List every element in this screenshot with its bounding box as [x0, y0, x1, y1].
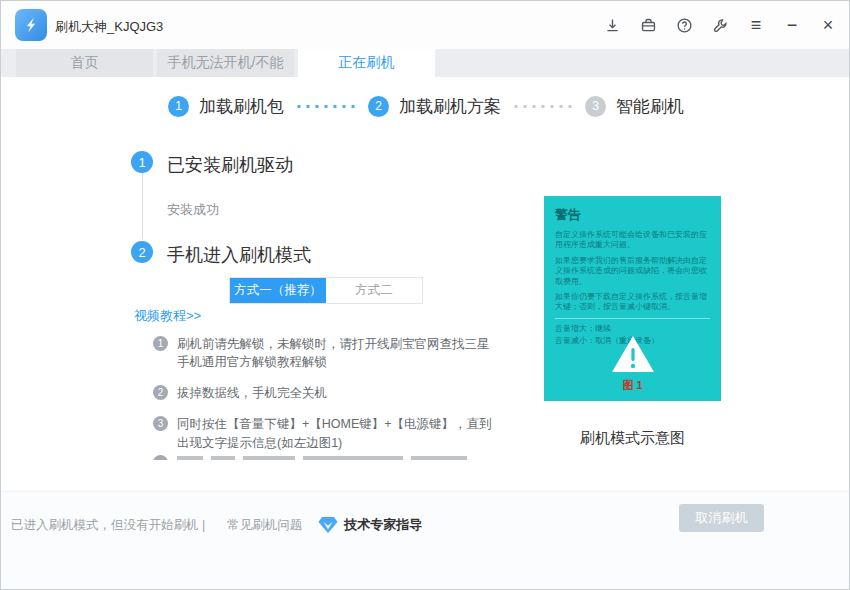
warning-triangle-icon — [610, 334, 656, 378]
stepper-leader-dots — [294, 104, 358, 109]
method-toggle: 方式一（推荐） 方式二 — [229, 277, 423, 304]
list-item: 2 拔掉数据线，手机完全关机 — [153, 384, 505, 402]
flash-status-text: 已进入刷机模式，但没有开始刷机 | — [11, 517, 205, 534]
tab-flashing-active[interactable]: 正在刷机 — [298, 49, 435, 77]
flash-mode-step-badge: 2 — [131, 241, 153, 263]
method-two-tab[interactable]: 方式二 — [326, 278, 422, 303]
expert-guidance-label: 技术专家指导 — [344, 516, 422, 534]
toolbox-icon[interactable] — [639, 16, 657, 34]
volume-up-hint: 音量增大：继续 — [555, 323, 710, 335]
wrench-icon[interactable] — [711, 16, 729, 34]
stepper-leader-dots — [511, 104, 575, 109]
list-item: 3 同时按住【音量下键】+【HOME键】+【电源键】，直到出现文字提示信息(如左… — [153, 415, 505, 451]
list-item: 1 刷机前请先解锁，未解锁时，请打开线刷宝官网查找三星手机通用官方解锁教程解锁 — [153, 335, 505, 371]
clipped-instruction-row — [153, 453, 505, 460]
faq-link[interactable]: 常见刷机问题 — [227, 517, 302, 534]
instruction-number-badge — [153, 455, 168, 460]
progress-stepper: 1 加载刷机包 2 加载刷机方案 3 智能刷机 — [1, 89, 850, 123]
driver-step-badge: 1 — [131, 151, 153, 173]
tab-bar: 首页 手机无法开机/不能 正在刷机 — [1, 49, 850, 77]
download-icon[interactable] — [603, 16, 621, 34]
stepper-step3-badge: 3 — [585, 96, 606, 117]
cancel-flash-button[interactable]: 取消刷机 — [679, 504, 764, 532]
tab-home[interactable]: 首页 — [16, 49, 153, 77]
stepper-step2-label: 加载刷机方案 — [399, 95, 501, 118]
menu-icon[interactable]: ≡ — [747, 16, 765, 34]
titlebar-actions: ≡ − × — [603, 1, 837, 49]
figure-number-label: 图 1 — [544, 378, 721, 393]
expert-guidance-link[interactable]: 技术专家指导 — [318, 516, 422, 534]
tab-phone-wont-boot[interactable]: 手机无法开机/不能 — [157, 49, 294, 77]
flash-mode-screenshot: 警告 自定义操作系统可能会给设备和已安装的应用程序造成重大问题。 如果您要求我们… — [544, 196, 721, 401]
warning-paragraph: 如果你仍要下载自定义操作系统，按音量增大键；否则，按音量减小键取消。 — [555, 292, 710, 313]
figure-caption: 刷机模式示意图 — [544, 429, 721, 448]
stepper-step2-badge: 2 — [368, 96, 389, 117]
divider — [555, 318, 710, 319]
close-icon[interactable]: × — [819, 16, 837, 34]
instruction-list: 1 刷机前请先解锁，未解锁时，请打开线刷宝官网查找三星手机通用官方解锁教程解锁 … — [153, 335, 505, 461]
driver-install-status: 安装成功 — [167, 201, 219, 219]
stepper-step1-label: 加载刷机包 — [199, 95, 284, 118]
method-one-tab[interactable]: 方式一（推荐） — [230, 278, 326, 303]
warning-title: 警告 — [555, 206, 710, 224]
minimize-icon[interactable]: − — [783, 16, 801, 34]
warning-paragraph: 如果您要求我们的售后服务帮助解决由自定义操作系统造成的问题或缺陷，将会向您收取费… — [555, 256, 710, 287]
app-logo-icon — [15, 9, 47, 41]
instruction-number-badge: 3 — [153, 416, 168, 431]
step-connector-line — [142, 173, 143, 239]
stepper-step1-badge: 1 — [168, 96, 189, 117]
flash-mode-step-title: 手机进入刷机模式 — [167, 243, 311, 267]
footer-status-area: 已进入刷机模式，但没有开始刷机 | 常见刷机问题 技术专家指导 — [11, 516, 422, 534]
titlebar: 刷机大神_KJQJG3 ≡ − × — [1, 1, 850, 49]
instruction-text: 刷机前请先解锁，未解锁时，请打开线刷宝官网查找三星手机通用官方解锁教程解锁 — [177, 335, 497, 371]
instruction-number-badge: 2 — [153, 385, 168, 400]
video-tutorial-link[interactable]: 视频教程>> — [134, 307, 201, 325]
window-title: 刷机大神_KJQJG3 — [55, 18, 163, 36]
stepper-step3-label: 智能刷机 — [616, 95, 684, 118]
expert-gem-icon — [318, 516, 338, 534]
driver-step-title: 已安装刷机驱动 — [167, 153, 293, 177]
instruction-text: 拔掉数据线，手机完全关机 — [177, 384, 497, 402]
app-window: 刷机大神_KJQJG3 ≡ − × 首页 手机无法开机/不能 正在刷机 1 加载 — [0, 0, 850, 590]
warning-paragraph: 自定义操作系统可能会给设备和已安装的应用程序造成重大问题。 — [555, 230, 710, 251]
help-icon[interactable] — [675, 16, 693, 34]
instruction-number-badge: 1 — [153, 336, 168, 351]
instruction-text: 同时按住【音量下键】+【HOME键】+【电源键】，直到出现文字提示信息(如左边图… — [177, 415, 497, 451]
footer-bar: 已进入刷机模式，但没有开始刷机 | 常见刷机问题 技术专家指导 取消刷机 — [1, 491, 850, 590]
